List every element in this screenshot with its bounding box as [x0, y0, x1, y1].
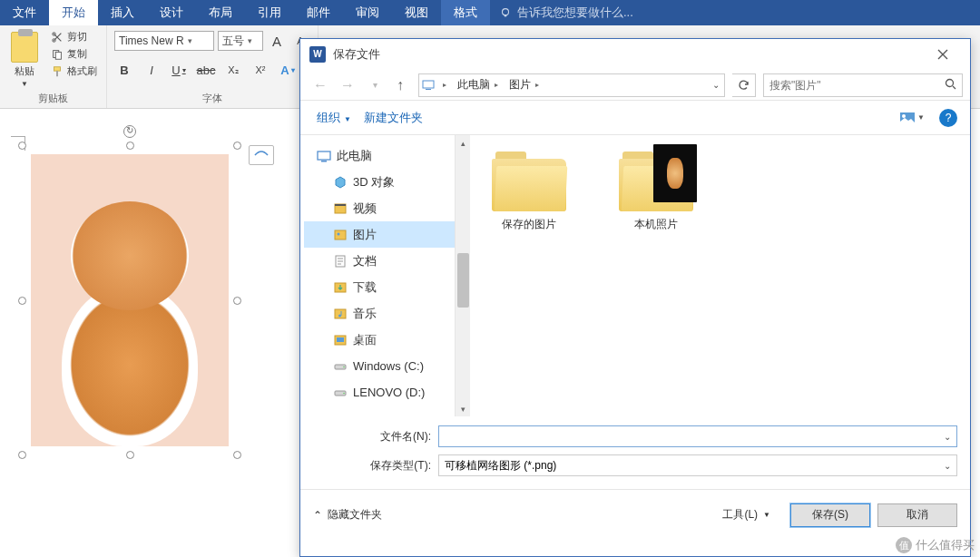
svg-rect-6	[54, 66, 61, 70]
tab-references[interactable]: 引用	[245, 0, 294, 25]
tab-mailings[interactable]: 邮件	[294, 0, 343, 25]
watermark-icon: 值	[896, 537, 912, 553]
dialog-body: 此电脑3D 对象视频图片文档下载音乐桌面Windows (C:)LENOVO (…	[300, 135, 970, 416]
svg-rect-1	[505, 15, 507, 17]
tree-item-docs[interactable]: 文档	[304, 248, 455, 274]
bold-button[interactable]: B	[114, 60, 134, 80]
tree-item-drive[interactable]: Windows (C:)	[304, 353, 455, 379]
resize-handle-r[interactable]	[233, 297, 241, 305]
tab-file[interactable]: 文件	[0, 0, 49, 25]
file-label: 保存的图片	[502, 217, 556, 232]
tell-me-search[interactable]: 告诉我您想要做什么...	[490, 0, 980, 25]
paste-button[interactable]: 粘贴 ▼	[5, 27, 44, 92]
search-input[interactable]	[764, 79, 938, 92]
organize-button[interactable]: 组织▼	[313, 108, 355, 128]
resize-handle-br[interactable]	[233, 451, 241, 459]
tree-item-downloads[interactable]: 下载	[304, 274, 455, 300]
scroll-thumb[interactable]	[457, 253, 469, 308]
copy-button[interactable]: 复制	[47, 46, 101, 62]
strikethrough-button[interactable]: abc	[196, 60, 216, 80]
svg-rect-17	[335, 230, 346, 239]
save-button[interactable]: 保存(S)	[790, 503, 870, 527]
scroll-up-icon[interactable]: ▴	[456, 135, 471, 151]
layout-options-button[interactable]	[249, 145, 274, 165]
grow-font-button[interactable]: A	[267, 31, 287, 51]
subscript-button[interactable]: X₂	[223, 60, 243, 80]
svg-point-22	[338, 314, 341, 317]
filetype-combo[interactable]: 可移植网络图形 (*.png) ⌄	[438, 454, 957, 476]
svg-rect-16	[335, 204, 346, 206]
video-icon	[333, 201, 348, 216]
tab-insert[interactable]: 插入	[98, 0, 147, 25]
resize-handle-tl[interactable]	[18, 142, 26, 150]
nav-back-button[interactable]: ←	[308, 73, 333, 97]
search-icon[interactable]	[938, 77, 962, 93]
inserted-image[interactable]	[31, 154, 229, 446]
scroll-down-icon[interactable]: ▾	[456, 401, 471, 416]
hide-folders-toggle[interactable]: ⌃隐藏文件夹	[313, 507, 382, 523]
nav-up-button[interactable]: ↑	[389, 73, 411, 97]
resize-handle-l[interactable]	[18, 297, 26, 305]
new-folder-button[interactable]: 新建文件夹	[360, 108, 426, 128]
underline-button[interactable]: U▾	[169, 60, 189, 80]
layout-options-icon	[254, 150, 269, 161]
font-family-combo[interactable]: Times New R▾	[114, 31, 214, 51]
cancel-button[interactable]: 取消	[877, 503, 957, 527]
dialog-toolbar: 组织▼ 新建文件夹 ▼ ?	[300, 101, 970, 135]
folder-item-camera-roll[interactable]: 本机照片	[606, 148, 706, 232]
tab-layout[interactable]: 布局	[196, 0, 245, 25]
tab-home[interactable]: 开始	[49, 0, 98, 25]
tab-review[interactable]: 审阅	[343, 0, 392, 25]
nav-history-button[interactable]: ▾	[362, 73, 387, 97]
nav-forward-button[interactable]: →	[335, 73, 360, 97]
tree-item-drive[interactable]: LENOVO (D:)	[304, 379, 455, 406]
selected-image-frame[interactable]	[22, 145, 238, 455]
save-file-dialog: W 保存文件 ← → ▾ ↑ ▸ 此电脑▸ 图片▸ ⌄ 组织▼ 新建文件	[299, 38, 971, 557]
svg-rect-21	[335, 309, 346, 318]
breadcrumb-0[interactable]: 此电脑▸	[452, 77, 504, 93]
svg-point-12	[902, 114, 906, 118]
folder-icon	[619, 148, 693, 211]
tab-format[interactable]: 格式	[441, 0, 490, 25]
address-dropdown[interactable]: ⌄	[708, 80, 724, 90]
tree-item-pc[interactable]: 此电脑	[304, 142, 455, 169]
search-box[interactable]	[763, 73, 963, 97]
tools-menu[interactable]: 工具(L)▼	[722, 507, 770, 523]
rotate-handle[interactable]	[123, 125, 136, 138]
tree-item-music[interactable]: 音乐	[304, 300, 455, 327]
tree-item-3d[interactable]: 3D 对象	[304, 169, 455, 195]
tree-item-pictures[interactable]: 图片	[304, 221, 455, 248]
cut-button[interactable]: 剪切	[47, 29, 101, 44]
tab-design[interactable]: 设计	[147, 0, 196, 25]
svg-rect-5	[55, 52, 61, 59]
tree-scrollbar[interactable]: ▴ ▾	[455, 135, 470, 416]
dialog-title: 保存文件	[333, 46, 925, 63]
font-size-combo[interactable]: 五号▾	[218, 31, 263, 51]
tree-item-video[interactable]: 视频	[304, 195, 455, 221]
refresh-icon	[738, 79, 750, 91]
italic-button[interactable]: I	[142, 60, 162, 80]
breadcrumb-1[interactable]: 图片▸	[504, 77, 544, 93]
close-button[interactable]	[925, 42, 961, 67]
address-bar[interactable]: ▸ 此电脑▸ 图片▸ ⌄	[418, 73, 725, 97]
text-effects-button[interactable]: A▾	[278, 60, 298, 80]
filename-input[interactable]	[445, 430, 944, 443]
superscript-button[interactable]: X²	[250, 60, 270, 80]
docs-icon	[333, 254, 348, 269]
svg-point-28	[343, 392, 345, 394]
resize-handle-tr[interactable]	[233, 142, 241, 150]
tree-item-desktop[interactable]: 桌面	[304, 327, 455, 353]
folder-item-saved-pictures[interactable]: 保存的图片	[479, 148, 579, 232]
refresh-button[interactable]	[732, 73, 756, 97]
filename-dropdown[interactable]: ⌄	[944, 432, 951, 442]
tab-view[interactable]: 视图	[392, 0, 441, 25]
view-mode-button[interactable]: ▼	[899, 112, 925, 124]
downloads-icon	[333, 280, 348, 295]
resize-handle-b[interactable]	[126, 451, 134, 459]
pc-icon	[419, 79, 437, 92]
format-painter-button[interactable]: 格式刷	[47, 64, 101, 79]
svg-point-0	[503, 9, 509, 15]
resize-handle-bl[interactable]	[18, 451, 26, 459]
help-button[interactable]: ?	[939, 109, 957, 127]
resize-handle-t[interactable]	[126, 142, 134, 150]
